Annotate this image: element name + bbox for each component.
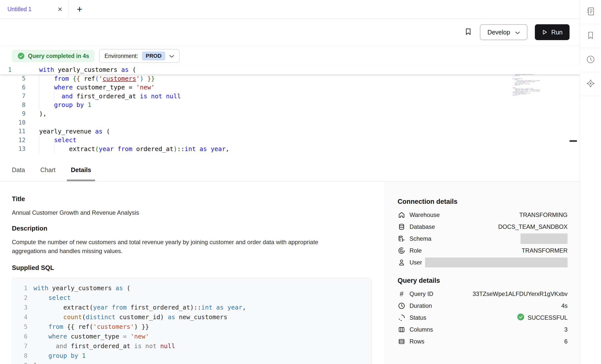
editor-line[interactable]: 13 extract(year from ordered_at)::int as…: [0, 145, 580, 154]
compass-icon: [586, 78, 596, 89]
run-label: Run: [551, 29, 563, 36]
editor-tab-bar: Untitled 1 ✕ +: [0, 0, 580, 19]
query-status-text: Query completed in 4s: [28, 53, 89, 59]
editor-code-area[interactable]: 1with yearly_customers as (5 from {{ ref…: [0, 65, 580, 153]
detail-value: SUCCESSFUL: [528, 314, 568, 321]
schema-icon: [398, 235, 406, 243]
indent-guide: [39, 136, 39, 145]
role-icon: [398, 247, 406, 255]
new-tab-button[interactable]: +: [69, 0, 90, 19]
title-heading: Title: [12, 195, 385, 203]
detail-row-status: StatusSUCCESSFUL: [398, 312, 568, 324]
sidebar-button-bookmark-icon[interactable]: [580, 24, 601, 48]
editor-line[interactable]: 8 group by 1: [0, 101, 580, 109]
result-tab-chart[interactable]: Chart: [40, 158, 55, 181]
develop-label: Develop: [487, 29, 510, 36]
history-clock-icon: [586, 54, 596, 65]
line-number: 9: [0, 110, 26, 117]
tab-untitled-1[interactable]: Untitled 1 ✕: [0, 0, 69, 19]
code-text: with yearly_customers as (: [27, 285, 130, 292]
code-editor[interactable]: Query completed in 4s Environment: PROD …: [0, 46, 580, 158]
play-icon: [542, 29, 548, 35]
editor-line[interactable]: 11yearly_revenue as (: [0, 127, 580, 136]
redacted-value: [520, 234, 568, 244]
main-column: Untitled 1 ✕ + Develop Run: [0, 0, 580, 364]
editor-line[interactable]: 6 where customer_type = 'new': [0, 83, 580, 92]
line-number: 1: [12, 285, 27, 292]
supplied-sql-heading: Supplied SQL: [12, 264, 385, 272]
detail-value: 4s: [561, 302, 568, 309]
indent-guide: [39, 83, 39, 92]
indent-guide: [39, 101, 39, 109]
detail-label: Columns: [410, 326, 433, 333]
run-button[interactable]: Run: [535, 24, 570, 40]
detail-label: Schema: [410, 235, 431, 242]
environment-badge: PROD: [142, 52, 165, 60]
environment-select[interactable]: Environment: PROD: [99, 49, 180, 63]
line-number: 7: [12, 343, 27, 350]
detail-row-user: User: [398, 257, 568, 268]
code-text: yearly_revenue as (: [26, 128, 110, 135]
environment-label: Environment:: [105, 53, 138, 59]
code-text: select: [27, 294, 71, 301]
sidebar-button-history-clock-icon[interactable]: [580, 48, 601, 72]
editor-line[interactable]: 10: [0, 118, 580, 127]
code-text: and first_ordered_at is not null: [27, 342, 175, 350]
detail-label: Database: [410, 223, 435, 230]
description-heading: Description: [12, 225, 385, 232]
duration-clock-icon: [398, 302, 406, 310]
detail-row-query-id: #Query ID33TZseWpe1ALFDUYerxR1gVKxbv: [398, 288, 568, 300]
result-tab-data[interactable]: Data: [12, 158, 25, 181]
query-details-heading: Query details: [398, 277, 568, 285]
description-value: Compute the number of new customers and …: [12, 238, 344, 256]
code-text: and first_ordered_at is not null: [26, 93, 181, 100]
sql-line: 8 group by 1: [12, 351, 371, 361]
toolbar: Develop Run: [0, 19, 580, 46]
line-number: 2: [12, 294, 27, 301]
line-number: 3: [12, 304, 27, 311]
sql-line: 3 extract(year from first_ordered_at)::i…: [12, 303, 371, 312]
bookmark-icon[interactable]: [464, 27, 472, 37]
line-number: 4: [12, 314, 27, 321]
details-main: Title Annual Customer Growth and Revenue…: [0, 182, 385, 364]
code-text: select: [26, 136, 77, 144]
line-number: 8: [12, 352, 27, 359]
line-number: 7: [0, 93, 26, 100]
editor-sticky-line[interactable]: 1with yearly_customers as (: [0, 65, 580, 74]
detail-label: User: [410, 259, 422, 266]
line-number: 5: [12, 323, 27, 330]
close-tab-icon[interactable]: ✕: [57, 6, 62, 12]
hash-icon: #: [398, 290, 406, 298]
line-number: 9: [12, 362, 27, 364]
editor-scrollbar-thumb[interactable]: [570, 140, 577, 142]
code-text: ),: [27, 362, 41, 364]
detail-label: Duration: [410, 302, 432, 309]
check-circle-icon: [17, 52, 25, 60]
code-text: ),: [26, 110, 47, 117]
sql-ide-app: Untitled 1 ✕ + Develop Run: [0, 0, 601, 364]
editor-line[interactable]: 9),: [0, 109, 580, 118]
warehouse-icon: [398, 211, 406, 219]
detail-label: Rows: [410, 338, 424, 345]
chevron-down-icon: [515, 29, 520, 36]
editor-line[interactable]: 12 select: [0, 136, 580, 145]
line-number: 6: [12, 333, 27, 340]
bookmark-icon: [586, 30, 596, 41]
result-tab-details[interactable]: Details: [71, 158, 91, 181]
detail-row-rows: Rows6: [398, 336, 568, 347]
sidebar-button-compass-icon[interactable]: [580, 72, 601, 96]
sql-line: 9),: [12, 361, 371, 364]
redacted-value: [425, 258, 568, 267]
line-number: 8: [0, 102, 26, 108]
editor-line[interactable]: 5 from {{ ref('customers') }}: [0, 74, 580, 83]
line-number: 6: [0, 84, 26, 91]
code-text: where customer_type = 'new': [26, 84, 155, 91]
loader-icon: [398, 314, 406, 322]
line-number: 5: [0, 75, 26, 82]
editor-line[interactable]: 7 and first_ordered_at is not null: [0, 92, 580, 101]
plus-icon: +: [77, 4, 82, 15]
sidebar-button-notebook-list-icon[interactable]: [580, 0, 601, 24]
detail-label: Warehouse: [410, 211, 440, 218]
indent-guide: [39, 74, 39, 83]
develop-dropdown[interactable]: Develop: [480, 24, 527, 40]
